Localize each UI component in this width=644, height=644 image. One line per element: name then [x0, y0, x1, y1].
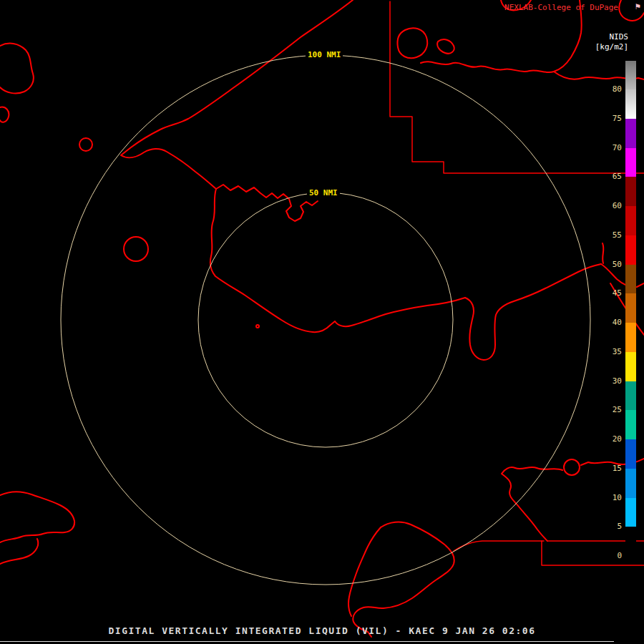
- range-ring-100nmi: [61, 55, 590, 585]
- colorbar-segment-45-40: [625, 293, 636, 323]
- colorbar-segment-30-25: [625, 381, 636, 411]
- colorbar-segment-60-55: [625, 206, 636, 235]
- east-coastline: [601, 264, 644, 287]
- map-outlines: [0, 0, 644, 637]
- island-blob-northeast: [397, 28, 427, 58]
- colorbar-segment-70-65: [625, 148, 636, 177]
- south-boundary-connector: [454, 541, 544, 551]
- colorbar-segment-40-35: [625, 323, 636, 352]
- islet-dot: [256, 325, 259, 328]
- colorbar-segment-top: [625, 61, 636, 89]
- colorbar-segment-10-5: [625, 498, 636, 527]
- island-small-northeast: [437, 39, 454, 54]
- river-stub: [602, 243, 603, 263]
- range-ring-50-label: 50 NMI: [307, 188, 340, 197]
- island-circle-southeast: [564, 459, 580, 475]
- colorbar-units: [kg/m2]: [595, 42, 628, 52]
- bay-coastline: [210, 189, 465, 332]
- flag-icon: ⚑: [635, 1, 640, 11]
- colorbar-title: NIDS: [610, 32, 629, 42]
- range-ring-100-label: 100 NMI: [306, 50, 343, 59]
- west-small-shape: [0, 107, 9, 122]
- radar-display: 50 NMI 100 NMI NEXLAB-College of DuPage …: [0, 0, 644, 644]
- colorbar-segment-75-70: [625, 119, 636, 148]
- colorbar-segment-55-50: [625, 235, 636, 265]
- site-header: NEXLAB-College of DuPage: [504, 3, 618, 12]
- colorbar-segment-50-45: [625, 265, 636, 294]
- product-caption: DIGITAL VERTICALLY INTEGRATED LIQUID (VI…: [109, 625, 536, 636]
- coastline-jagged-mid: [216, 185, 318, 221]
- bottom-divider: [0, 641, 614, 642]
- island-circle-west-small: [79, 138, 92, 151]
- state-boundary-northeast: [390, 1, 644, 173]
- radar-map: [0, 0, 644, 644]
- southwest-peninsula: [0, 492, 74, 542]
- southwest-peninsula-lower: [0, 539, 38, 564]
- range-ring-50nmi: [198, 192, 453, 447]
- coastline-northwest: [121, 0, 353, 189]
- coastline-southeast-inner: [502, 467, 562, 541]
- harbor-hook: [465, 264, 601, 360]
- colorbar-segment-15-10: [625, 469, 636, 498]
- colorbar-segment-25-20: [625, 410, 636, 439]
- south-landmass: [353, 522, 454, 637]
- colorbar-segment-35-30: [625, 352, 636, 381]
- west-blob: [0, 44, 34, 94]
- colorbar-segment-20-15: [625, 439, 636, 469]
- colorbar-segment-5-0: [625, 527, 636, 561]
- south-landmass-west-shore: [348, 527, 381, 616]
- island-circle-west: [124, 237, 148, 261]
- vil-color-scale: [625, 61, 636, 562]
- colorbar-segment-80-75: [625, 89, 636, 119]
- colorbar-segment-65-60: [625, 177, 636, 206]
